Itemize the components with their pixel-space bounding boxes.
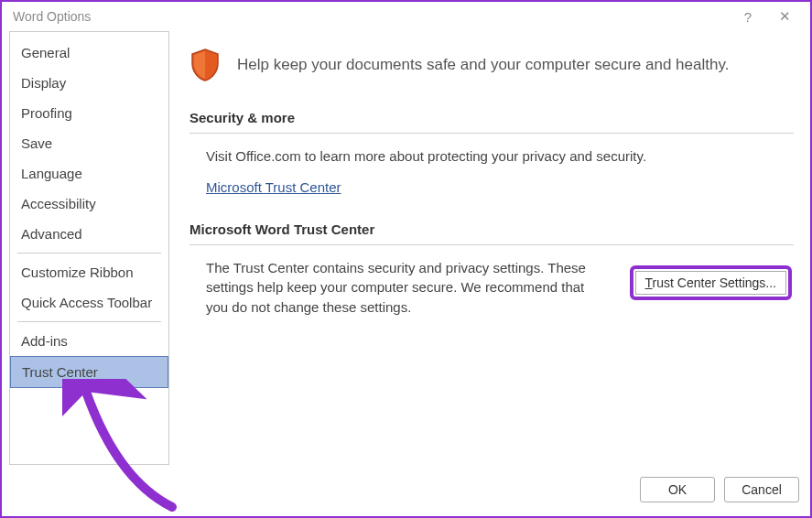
section-heading-trust-center: Microsoft Word Trust Center (189, 221, 794, 237)
sidebar-item-trust-center[interactable]: Trust Center (10, 356, 168, 388)
sidebar-item-general[interactable]: General (10, 38, 168, 68)
sidebar-item-quick-access-toolbar[interactable]: Quick Access Toolbar (10, 287, 168, 318)
section-body-security: Visit Office.com to learn more about pro… (189, 146, 794, 198)
titlebar: Word Options ? ✕ (2, 2, 810, 31)
dialog-footer: OK Cancel (2, 472, 810, 516)
sidebar-item-customize-ribbon[interactable]: Customize Ribbon (10, 257, 168, 287)
intro-text: Help keep your documents safe and your c… (237, 56, 729, 74)
section-rule (189, 244, 794, 245)
ok-button[interactable]: OK (640, 477, 715, 502)
help-button[interactable]: ? (730, 9, 766, 25)
sidebar-item-add-ins[interactable]: Add-ins (10, 326, 168, 356)
window-title: Word Options (13, 9, 730, 24)
close-button[interactable]: ✕ (766, 8, 803, 25)
trust-center-description: The Trust Center contains security and p… (189, 258, 608, 318)
shield-icon (189, 48, 221, 82)
section-rule (189, 133, 794, 134)
sidebar-item-proofing[interactable]: Proofing (10, 98, 168, 128)
security-description: Visit Office.com to learn more about pro… (206, 146, 794, 167)
sidebar-item-language[interactable]: Language (10, 158, 168, 189)
word-options-dialog: Word Options ? ✕ General Display Proofin… (0, 0, 812, 518)
microsoft-trust-center-link[interactable]: Microsoft Trust Center (206, 178, 341, 198)
sidebar-separator (17, 321, 161, 322)
sidebar-item-accessibility[interactable]: Accessibility (10, 189, 168, 219)
sidebar-item-save[interactable]: Save (10, 128, 168, 158)
cancel-button[interactable]: Cancel (724, 477, 799, 502)
trust-center-settings-button[interactable]: Trust Center Settings... (635, 271, 786, 295)
annotation-highlight: Trust Center Settings... (630, 265, 792, 300)
section-heading-security: Security & more (189, 110, 794, 125)
sidebar: General Display Proofing Save Language A… (9, 31, 169, 465)
sidebar-item-display[interactable]: Display (10, 68, 168, 98)
content-panel: Help keep your documents safe and your c… (180, 31, 803, 472)
sidebar-separator (17, 253, 161, 254)
sidebar-item-advanced[interactable]: Advanced (10, 219, 168, 249)
